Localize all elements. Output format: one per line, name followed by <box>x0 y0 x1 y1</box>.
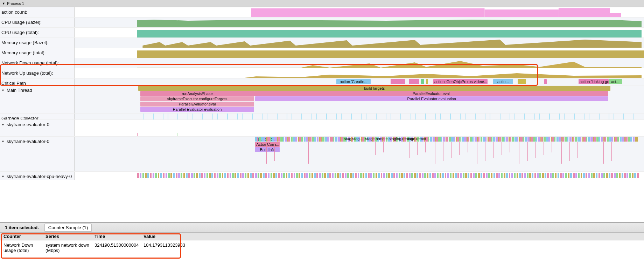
sky-stripe <box>531 137 533 142</box>
track-label-mem-total[interactable]: Memory usage (total): <box>0 48 75 58</box>
svg-rect-3 <box>610 13 621 17</box>
skycpu-stripe <box>224 173 226 178</box>
critical-path-bar[interactable]: action 'GenObjcProtos video/... <box>433 79 488 84</box>
skycpu-stripe <box>150 173 152 178</box>
critical-path-bar[interactable] <box>409 79 419 84</box>
critical-path-bar[interactable] <box>391 79 405 84</box>
sky-stripe <box>299 142 299 152</box>
sky-bar[interactable]: ActionConti... <box>255 142 280 147</box>
critical-path-bar[interactable] <box>518 79 526 84</box>
flame-bar[interactable]: skyframeExecutor.configureTargets <box>140 96 254 101</box>
flame-bar[interactable]: ParallelEvaluator.eval <box>140 102 254 107</box>
sky-bar[interactable]: BuildInfo <box>255 147 280 152</box>
skycpu-stripe <box>304 173 306 178</box>
tracks-area[interactable]: action count: CPU usage (Bazel): CPU usa… <box>0 7 644 222</box>
skycpu-stripe <box>296 173 298 178</box>
track-label-skycpu[interactable]: ▼ skyframe-evaluator-cpu-heavy-0 <box>0 172 75 180</box>
skycpu-stripe <box>268 173 270 178</box>
flame-bar[interactable]: runAnalysisPhase <box>140 91 254 96</box>
critical-path-bar[interactable]: action 'Linking go... <box>579 79 609 84</box>
sky-stripe <box>409 142 410 158</box>
track-chart-sky0b[interactable]: BuildInfo ...ActionConti...BuildInfostag… <box>75 137 644 171</box>
track-chart-net-down[interactable] <box>75 58 644 68</box>
svg-rect-4 <box>137 50 644 58</box>
skycpu-stripe <box>322 173 323 178</box>
sky-stripe <box>417 142 418 155</box>
critical-path-bar[interactable] <box>426 79 428 84</box>
track-chart-mem-total[interactable] <box>75 48 644 58</box>
track-label-main-thread[interactable]: ▼ Main Thread <box>0 85 75 113</box>
skycpu-stripe <box>632 173 634 178</box>
skycpu-stripe <box>596 173 598 178</box>
col-value[interactable]: Value <box>144 234 192 239</box>
gc-tick <box>440 114 441 119</box>
track-chart-sky0a[interactable] <box>75 120 644 136</box>
critical-path-bar[interactable]: act... <box>609 79 622 84</box>
col-counter[interactable]: Counter <box>0 234 46 239</box>
sky-stripe <box>544 142 544 155</box>
track-label-net-down[interactable]: Network Down usage (total): <box>0 58 75 68</box>
skycpu-stripe <box>283 173 285 178</box>
critical-path-bar[interactable] <box>421 79 424 84</box>
track-chart-net-up[interactable] <box>75 68 644 78</box>
track-label-sky0a[interactable]: ▼ skyframe-evaluator-0 <box>0 120 75 136</box>
sky-stripe <box>491 137 492 142</box>
sky-stripe <box>478 137 479 142</box>
track-chart-gc[interactable] <box>75 114 644 119</box>
skycpu-stripe <box>404 173 405 178</box>
chevron-down-icon[interactable]: ▼ <box>1 175 5 178</box>
track-label-mem-bazel[interactable]: Memory usage (Bazel): <box>0 38 75 48</box>
sky-stripe <box>510 137 511 142</box>
process-header[interactable]: ▼ Process 1 <box>0 0 644 7</box>
col-series[interactable]: Series <box>46 234 94 239</box>
sky-stripe <box>257 137 258 142</box>
track-label-critical[interactable]: Critical Path <box>0 78 75 85</box>
track-chart-mem-bazel[interactable] <box>75 38 644 48</box>
critical-path-bar[interactable]: action 'Creatin... <box>336 79 371 84</box>
skycpu-stripe <box>527 173 528 178</box>
sky-stripe <box>594 137 596 142</box>
track-label-sky0b[interactable]: ▼ skyframe-evaluator-0 <box>0 137 75 171</box>
sky-stripe <box>598 137 600 142</box>
track-label-gc[interactable]: Garbage Collector <box>0 114 75 119</box>
table-row[interactable]: Network Down usage (total) system networ… <box>0 240 644 260</box>
skycpu-stripe <box>286 173 288 178</box>
skycpu-stripe <box>314 173 316 178</box>
skycpu-stripe <box>442 173 444 178</box>
sky-stripe <box>611 137 613 142</box>
critical-path-bar[interactable] <box>544 79 547 84</box>
critical-path-bar[interactable]: actio... <box>493 79 513 84</box>
sky-stripe <box>341 142 341 152</box>
skycpu-stripe <box>137 173 139 178</box>
track-label-cpu-bazel[interactable]: CPU usage (Bazel): <box>0 18 75 27</box>
skycpu-stripe <box>498 173 500 178</box>
gc-tick <box>192 114 193 119</box>
track-chart-main-thread[interactable]: buildTargetsrunAnalysisPhaseParallelEval… <box>75 85 644 113</box>
track-label-action-count[interactable]: action count: <box>0 7 75 17</box>
sky-stripe <box>525 137 527 142</box>
track-label-cpu-total[interactable]: CPU usage (total): <box>0 28 75 37</box>
skycpu-stripe <box>170 173 172 178</box>
track-chart-cpu-bazel[interactable] <box>75 18 644 27</box>
col-time[interactable]: Time <box>94 234 144 239</box>
skycpu-stripe <box>509 173 511 178</box>
track-label-net-up[interactable]: Network Up usage (total): <box>0 68 75 78</box>
chevron-down-icon[interactable]: ▼ <box>1 89 5 92</box>
skycpu-stripe <box>624 173 626 178</box>
flame-bar[interactable]: ParallelEvaluator.eval <box>254 91 608 96</box>
tab-counter-sample[interactable]: Counter Sample (1) <box>44 224 92 232</box>
skycpu-stripe <box>470 173 472 178</box>
flame-bar[interactable]: buildTargets <box>138 86 611 91</box>
skycpu-stripe <box>232 173 234 178</box>
flame-bar[interactable]: Parallel Evaluator evaluation <box>255 96 608 101</box>
chevron-down-icon[interactable]: ▼ <box>1 140 5 143</box>
sky-stripe <box>288 137 290 142</box>
sky-stripe <box>285 137 287 142</box>
track-chart-cpu-total[interactable] <box>75 28 644 37</box>
flame-bar[interactable]: Parallel Evaluator evaluation <box>140 107 254 112</box>
track-chart-skycpu[interactable] <box>75 172 644 180</box>
skycpu-stripe <box>260 173 262 178</box>
chevron-down-icon[interactable]: ▼ <box>1 123 5 126</box>
track-chart-action-count[interactable] <box>75 7 644 17</box>
track-chart-critical[interactable]: action 'Creatin...action 'GenObjcProtos … <box>75 78 644 85</box>
